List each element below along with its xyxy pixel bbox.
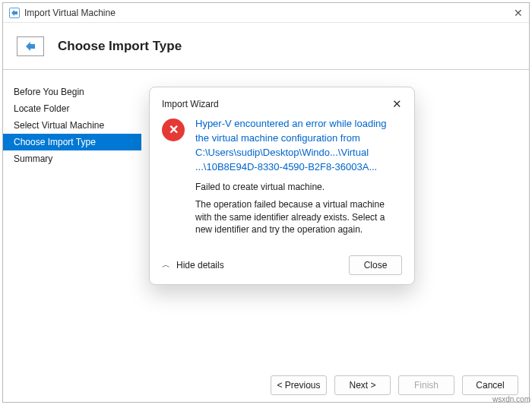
titlebar-close-icon[interactable]: ✕ [514, 8, 523, 18]
error-text-block: Hyper-V encountered an error while loadi… [195, 117, 402, 236]
dialog-footer: ︿ Hide details Close [162, 248, 402, 275]
error-heading: Hyper-V encountered an error while loadi… [195, 117, 402, 174]
close-button[interactable]: Close [349, 255, 402, 275]
wizard-footer: < Previous Next > Finish Cancel [3, 369, 529, 402]
error-icon: ✕ [162, 119, 185, 141]
dialog-title: Import Wizard [162, 99, 219, 109]
cancel-button[interactable]: Cancel [462, 375, 518, 395]
import-icon [17, 36, 44, 56]
source-tag: wsxdn.com [492, 395, 530, 403]
sidebar-item-locate-folder[interactable]: Locate Folder [3, 100, 141, 117]
wizard-header: Choose Import Type [3, 23, 529, 70]
next-button[interactable]: Next > [334, 375, 391, 395]
chevron-up-icon: ︿ [162, 259, 170, 271]
dialog-close-icon[interactable]: ✕ [392, 98, 402, 109]
error-dialog: Import Wizard ✕ ✕ Hyper-V encountered an… [149, 87, 415, 285]
window-title: Import Virtual Machine [24, 8, 116, 18]
sidebar-item-before-you-begin[interactable]: Before You Begin [3, 84, 141, 100]
page-title: Choose Import Type [58, 39, 182, 54]
sidebar-item-summary[interactable]: Summary [3, 150, 141, 167]
previous-button[interactable]: < Previous [271, 375, 327, 395]
finish-button: Finish [398, 375, 454, 395]
wizard-sidebar: Before You Begin Locate Folder Select Vi… [3, 70, 141, 369]
dialog-body: ✕ Hyper-V encountered an error while loa… [162, 117, 402, 236]
hide-details-label: Hide details [176, 260, 224, 271]
sidebar-item-choose-import-type[interactable]: Choose Import Type [3, 134, 141, 150]
hide-details-toggle[interactable]: ︿ Hide details [162, 259, 224, 271]
dialog-titlebar: Import Wizard ✕ [162, 98, 402, 109]
titlebar: Import Virtual Machine ✕ [3, 3, 529, 23]
app-icon [9, 8, 20, 18]
sidebar-item-select-vm[interactable]: Select Virtual Machine [3, 117, 141, 134]
error-subtitle: Failed to create virtual machine. [195, 182, 402, 192]
error-detail: The operation failed because a virtual m… [195, 198, 402, 236]
